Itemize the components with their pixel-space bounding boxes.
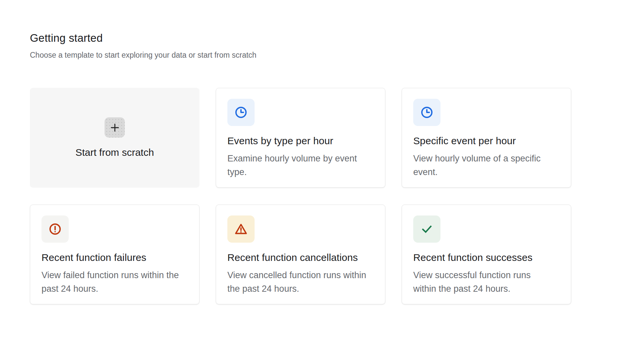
template-card-function-failures[interactable]: Recent function failures View failed fun… bbox=[30, 205, 199, 304]
check-icon bbox=[413, 215, 440, 243]
template-card-description: View failed function runs within the pas… bbox=[41, 269, 184, 296]
clock-icon bbox=[227, 99, 255, 126]
start-from-scratch-label: Start from scratch bbox=[75, 147, 154, 158]
template-card-title: Events by type per hour bbox=[227, 135, 374, 147]
start-from-scratch-card[interactable]: Start from scratch bbox=[30, 88, 199, 188]
template-card-grid: Start from scratch Events by type per ho… bbox=[30, 88, 626, 304]
template-card-description: Examine hourly volume by event type. bbox=[227, 152, 370, 179]
template-card-description: View successful function runs within the… bbox=[413, 269, 556, 296]
getting-started-page: Getting started Choose a template to sta… bbox=[0, 0, 626, 304]
template-card-description: View cancelled function runs within the … bbox=[227, 269, 370, 296]
page-subtitle: Choose a template to start exploring you… bbox=[30, 51, 626, 60]
template-card-function-successes[interactable]: Recent function successes View successfu… bbox=[402, 205, 571, 304]
template-card-title: Recent function successes bbox=[413, 251, 560, 264]
template-card-title: Specific event per hour bbox=[413, 135, 560, 147]
template-card-description: View hourly volume of a specific event. bbox=[413, 152, 556, 179]
template-card-title: Recent function failures bbox=[41, 251, 188, 264]
clock-icon bbox=[413, 99, 440, 126]
template-card-function-cancellations[interactable]: Recent function cancellations View cance… bbox=[216, 205, 385, 304]
page-title: Getting started bbox=[30, 32, 626, 44]
alert-circle-icon bbox=[41, 215, 69, 243]
warning-triangle-icon bbox=[227, 215, 255, 243]
template-card-specific-event[interactable]: Specific event per hour View hourly volu… bbox=[402, 88, 571, 188]
template-card-title: Recent function cancellations bbox=[227, 251, 374, 264]
plus-icon bbox=[105, 117, 125, 138]
template-card-events-by-type[interactable]: Events by type per hour Examine hourly v… bbox=[216, 88, 385, 188]
